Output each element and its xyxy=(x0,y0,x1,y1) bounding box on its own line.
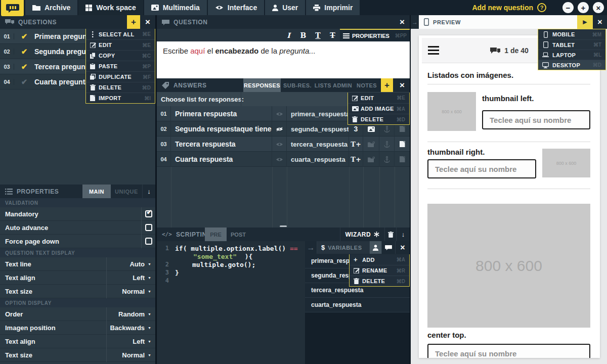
tab-pre[interactable]: PRE xyxy=(205,228,227,241)
menu-item-copy[interactable]: COPY ⌘C xyxy=(86,50,155,61)
menu-item-delete[interactable]: DELETE ⌘D xyxy=(86,82,155,93)
underline-button[interactable]: T xyxy=(311,29,325,41)
visibility-icon[interactable] xyxy=(272,136,287,152)
preview-close-button[interactable]: × xyxy=(593,15,607,29)
menu-item-delete[interactable]: DELETE ⌘D xyxy=(350,276,409,286)
add-text-icon[interactable]: T+ xyxy=(349,152,363,167)
tab-main[interactable]: MAIN xyxy=(82,185,111,198)
play-button[interactable]: ▶ xyxy=(577,15,593,29)
minimize-button[interactable]: − xyxy=(562,2,574,13)
check-icon[interactable]: ✔ xyxy=(14,62,34,71)
visibility-icon[interactable] xyxy=(272,121,287,136)
menu-item-edit[interactable]: EDIT ⌘E xyxy=(86,39,155,50)
tab-sub-res[interactable]: SUB-RES. xyxy=(282,78,313,92)
prop-row-text-align: Text align Left▼ xyxy=(0,271,155,285)
text-line-dropdown[interactable]: Auto▼ xyxy=(106,257,155,271)
resize-handle[interactable] xyxy=(280,225,287,227)
add-text-icon[interactable]: T+ xyxy=(349,136,363,152)
menu-item-desktop[interactable]: DESKTOP ⌘D xyxy=(538,60,605,70)
check-icon[interactable]: ✔ xyxy=(14,47,34,56)
menu-item-delete[interactable]: DELETE ⌘D xyxy=(348,114,409,124)
add-file-icon[interactable] xyxy=(395,152,410,167)
menu-multimedia[interactable]: Multimedia xyxy=(144,0,207,15)
propierties-tab[interactable]: PROPIERTIES ⌘PP xyxy=(340,29,410,41)
mobile-frame-icon xyxy=(424,18,429,26)
collapse-down-icon[interactable]: ↓ xyxy=(396,228,410,241)
menu-item-rename[interactable]: RENAME ⌘R xyxy=(350,265,409,276)
text-size-dropdown[interactable]: Normal▼ xyxy=(106,285,155,298)
tab-notes[interactable]: NOTES xyxy=(354,78,379,92)
menu-item-select-all[interactable]: SELECT ALL ⌘E xyxy=(86,29,155,39)
trash-icon[interactable] xyxy=(384,228,396,241)
questions-close-button[interactable]: × xyxy=(140,15,155,29)
comment-icon[interactable] xyxy=(382,241,396,254)
menu-work-space[interactable]: Work space xyxy=(78,0,143,15)
menu-item-duplicate[interactable]: DUPLICATE ⌘F xyxy=(86,71,155,82)
strikethrough-button[interactable]: T xyxy=(325,29,340,41)
menu-item-import[interactable]: IMPORT ⌘I xyxy=(86,93,155,103)
menu-user[interactable]: User xyxy=(265,0,305,15)
select-all-icon xyxy=(90,31,99,37)
menu-item-paste[interactable]: PASTE ⌘P xyxy=(86,61,155,71)
visibility-icon[interactable] xyxy=(272,106,287,121)
answers-close-button[interactable]: × xyxy=(395,78,410,92)
anchor-icon[interactable] xyxy=(379,136,395,152)
name-input-thumbnail-right[interactable] xyxy=(427,159,536,178)
add-question-button[interactable]: + xyxy=(127,15,140,29)
menu-item-mobile[interactable]: MOBILE ⌘M xyxy=(538,29,605,39)
add-new-question-link[interactable]: Add new question xyxy=(472,4,533,12)
name-input-center-top[interactable] xyxy=(427,344,590,358)
name-input-thumbnail-left[interactable] xyxy=(482,110,590,129)
answer-row[interactable]: 03 Tercera respuesta tercera_respuesta T… xyxy=(157,136,410,152)
variable-row[interactable]: cuarta_respuesta xyxy=(305,298,410,312)
wizard-button[interactable]: WIZARD xyxy=(340,228,384,241)
italic-button[interactable]: I xyxy=(281,29,296,41)
answer-row[interactable]: 04 Cuarta respuesta cuarta_respuesta T+ xyxy=(157,152,410,167)
tab-post[interactable]: POST xyxy=(228,228,248,241)
visibility-icon[interactable] xyxy=(272,152,287,167)
questions-context-menu: SELECT ALL ⌘E EDIT ⌘E COPY ⌘C PASTE ⌘P D… xyxy=(85,29,155,104)
text-align-dropdown[interactable]: Left▼ xyxy=(106,271,155,285)
anchor-icon[interactable] xyxy=(379,152,395,167)
bold-button[interactable]: B xyxy=(296,29,311,41)
add-answer-button[interactable]: + xyxy=(381,78,393,92)
expand-arrow-icon[interactable]: → xyxy=(305,241,317,254)
option-text-size-dropdown[interactable]: Normal▼ xyxy=(106,348,155,362)
speech-bubble-icon xyxy=(162,19,169,25)
chevron-down-icon: ▼ xyxy=(148,276,151,280)
add-folder-icon[interactable] xyxy=(363,152,379,167)
option-text-align-dropdown[interactable]: Left▼ xyxy=(106,335,155,348)
menu-item-add-image[interactable]: ADD IMAGE ⌘A xyxy=(348,103,409,114)
question-editor[interactable]: Escribe aquí el encabezado de la pregunt… xyxy=(157,41,410,78)
add-folder-icon[interactable] xyxy=(363,136,379,152)
auto-advance-checkbox[interactable] xyxy=(145,224,152,231)
force-page-down-checkbox[interactable] xyxy=(145,238,152,245)
menu-item-edit[interactable]: EDIT ⌘E xyxy=(348,93,409,103)
check-icon[interactable]: ✔ xyxy=(14,32,34,41)
menu-item-tablet[interactable]: TABLET ⌘T xyxy=(538,39,605,50)
menu-imprimir[interactable]: Imprimir xyxy=(306,0,360,15)
help-icon[interactable]: ? xyxy=(537,3,546,12)
collapse-down-icon[interactable]: ↓ xyxy=(142,185,155,198)
check-icon[interactable]: ✔ xyxy=(14,77,34,86)
mandatory-checkbox[interactable]: ✔ xyxy=(145,210,152,217)
order-dropdown[interactable]: Random▼ xyxy=(106,307,155,321)
menu-item-laptop[interactable]: LAPTOP ⌘L xyxy=(538,50,605,60)
user-icon[interactable] xyxy=(370,241,382,254)
menu-interface[interactable]: Interface xyxy=(208,0,264,15)
question-number: 02 xyxy=(0,49,14,55)
question-close-button[interactable]: × xyxy=(395,15,410,29)
menu-archive[interactable]: Archive xyxy=(25,0,77,15)
tab-responses[interactable]: RESPONSES xyxy=(243,78,281,92)
window-close-button[interactable]: × xyxy=(593,2,604,13)
collapse-arrow-icon[interactable]: → xyxy=(411,15,419,29)
menu-item-add[interactable]: + ADD ⌘A xyxy=(350,254,409,265)
tab-lists-admin[interactable]: LISTS ADMIN xyxy=(314,78,353,92)
add-file-icon[interactable] xyxy=(395,136,410,152)
tab-unique[interactable]: UNIQUE xyxy=(111,185,142,198)
imagen-position-dropdown[interactable]: Backwards▼ xyxy=(106,321,155,335)
maximize-button[interactable]: + xyxy=(578,2,589,13)
app-logo[interactable] xyxy=(1,0,24,16)
dollar-icon: $ xyxy=(321,244,325,251)
variables-close-button[interactable]: × xyxy=(396,241,410,254)
